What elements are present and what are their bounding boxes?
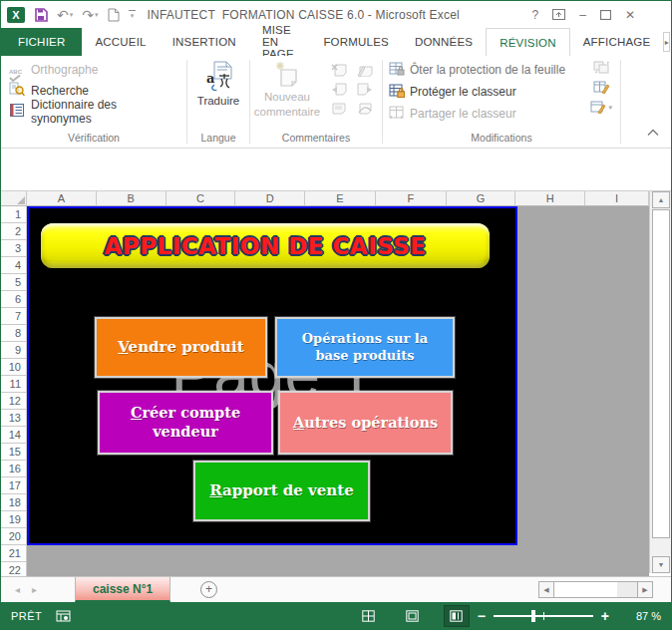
column-header-i[interactable]: I	[585, 191, 649, 206]
rapport-de-vente-button[interactable]: Rapport de vente	[193, 461, 370, 521]
prev-sheet-icon[interactable]: ◂	[15, 584, 20, 595]
redo-button[interactable]: ↷▾	[82, 8, 98, 22]
zoom-level[interactable]: 87 %	[627, 610, 661, 622]
vertical-scrollbar[interactable]: ▲ ▼	[649, 191, 671, 573]
share-workbook-icon	[389, 106, 405, 123]
vendre-produit-button[interactable]: Vendre produit	[95, 317, 267, 378]
macro-record-icon[interactable]	[56, 610, 71, 622]
column-header-b[interactable]: B	[97, 191, 167, 206]
tab-fichier[interactable]: FICHIER	[1, 28, 82, 56]
tab-revision[interactable]: RÉVISION	[486, 28, 570, 56]
undo-button[interactable]: ↶▾	[57, 8, 73, 22]
zoom-slider[interactable]	[494, 609, 593, 623]
row-header-14[interactable]: 14	[1, 427, 27, 444]
row-header-19[interactable]: 19	[1, 511, 27, 528]
tab-formules[interactable]: FORMULES	[310, 28, 402, 56]
tab-accueil[interactable]: ACCUEIL	[82, 28, 159, 56]
scroll-down-icon[interactable]: ▼	[652, 556, 670, 573]
column-header-d[interactable]: D	[235, 191, 305, 206]
horizontal-scrollbar[interactable]: ◀ ▶	[538, 581, 653, 598]
zoom-slider-thumb[interactable]	[531, 610, 535, 622]
previous-comment-icon[interactable]	[331, 82, 347, 100]
column-header-g[interactable]: G	[447, 191, 516, 206]
protect-share-workbook-icon[interactable]	[593, 61, 610, 74]
orthographe-button[interactable]: ABC Orthographe	[1, 59, 186, 80]
sheet-tab-caisse[interactable]: caisse N°1	[75, 577, 170, 602]
row-header-7[interactable]: 7	[1, 308, 27, 325]
proteger-classeur-button[interactable]: Protéger le classeur	[383, 81, 620, 103]
nouveau-commentaire-button[interactable]: Nouveau commentaire	[254, 59, 320, 119]
column-header-h[interactable]: H	[515, 191, 585, 206]
operations-base-produits-button[interactable]: Opérations sur la base produits	[275, 317, 455, 378]
row-header-2[interactable]: 2	[1, 223, 27, 240]
page-break-preview-button[interactable]	[444, 605, 470, 627]
row-header-10[interactable]: 10	[1, 359, 27, 376]
column-header-a[interactable]: A	[27, 191, 97, 206]
select-all-corner[interactable]	[1, 191, 27, 206]
zoom-in-button[interactable]: +	[601, 609, 609, 623]
group-commentaires: Nouveau commentaire Commentaires	[250, 56, 382, 148]
scroll-left-icon[interactable]: ◀	[538, 581, 554, 598]
scroll-right-icon[interactable]: ▶	[637, 581, 653, 598]
column-header-c[interactable]: C	[167, 191, 236, 206]
delete-comment-icon[interactable]	[331, 63, 347, 81]
row-header-8[interactable]: 8	[1, 325, 27, 342]
traduire-button[interactable]: a Traduire	[197, 59, 239, 109]
minimize-button[interactable]: –	[579, 9, 586, 21]
row-header-5[interactable]: 5	[1, 274, 27, 291]
dictionnaire-button[interactable]: Dictionnaire des synonymes	[1, 101, 186, 122]
oter-protection-button[interactable]: Ôter la protection de la feuille	[383, 59, 620, 81]
show-ink-icon[interactable]	[357, 101, 373, 119]
autres-operations-button[interactable]: Autres opérations	[278, 391, 453, 455]
tab-donnees[interactable]: DONNÉES	[402, 28, 486, 56]
row-header-16[interactable]: 16	[1, 461, 27, 477]
next-comment-icon[interactable]	[357, 82, 373, 100]
show-hide-comment-icon[interactable]	[331, 101, 347, 119]
new-document-button[interactable]	[108, 8, 120, 22]
undo-dropdown-icon[interactable]: ▾	[70, 11, 74, 19]
close-button[interactable]: ✕	[625, 9, 635, 21]
help-button[interactable]: ?	[532, 9, 539, 21]
redo-dropdown-icon[interactable]: ▾	[95, 11, 99, 19]
row-header-17[interactable]: 17	[1, 477, 27, 494]
page-layout-view-button[interactable]	[400, 605, 426, 627]
tab-mise-en-page[interactable]: MISE EN PAGE	[249, 28, 311, 56]
creer-compte-vendeur-button[interactable]: Créer compte vendeur	[98, 391, 273, 455]
row-header-6[interactable]: 6	[1, 291, 27, 308]
maximize-button[interactable]	[600, 10, 611, 20]
save-button[interactable]	[34, 8, 48, 22]
vertical-scroll-thumb[interactable]	[652, 209, 670, 538]
row-header-20[interactable]: 20	[1, 528, 27, 545]
row-header-18[interactable]: 18	[1, 494, 27, 511]
column-header-f[interactable]: F	[376, 191, 447, 206]
next-sheet-icon[interactable]: ▸	[32, 584, 37, 595]
tab-scroll-right-button[interactable]: ▸	[663, 32, 670, 52]
row-header-21[interactable]: 21	[1, 545, 27, 562]
new-comment-icon	[274, 61, 300, 90]
normal-view-button[interactable]	[356, 605, 382, 627]
row-header-12[interactable]: 12	[1, 393, 27, 410]
ribbon-display-options-button[interactable]	[552, 9, 565, 20]
allow-edit-ranges-icon[interactable]	[593, 81, 610, 94]
row-header-15[interactable]: 15	[1, 444, 27, 461]
row-header-13[interactable]: 13	[1, 410, 27, 427]
tab-insertion[interactable]: INSERTION	[160, 28, 249, 56]
track-changes-icon[interactable]: ▾	[590, 101, 612, 114]
horizontal-scroll-thumb[interactable]	[554, 581, 617, 598]
collapse-ribbon-button[interactable]	[647, 123, 659, 141]
row-header-1[interactable]: 1	[1, 206, 27, 223]
column-header-e[interactable]: E	[305, 191, 376, 206]
tab-affichage[interactable]: AFFICHAGE	[570, 28, 664, 56]
edit-comment-icon[interactable]	[357, 63, 373, 81]
row-header-9[interactable]: 9	[1, 342, 27, 359]
row-header-3[interactable]: 3	[1, 240, 27, 257]
row-header-4[interactable]: 4	[1, 257, 27, 274]
scroll-up-icon[interactable]: ▲	[652, 191, 670, 208]
row-header-22[interactable]: 22	[1, 562, 27, 576]
customize-qat-button[interactable]: ▾	[129, 10, 136, 20]
partager-classeur-button[interactable]: Partager le classeur	[383, 103, 620, 125]
sheet-cells[interactable]: Page 1 APPLICATION DE CAISSE Vendre prod…	[27, 206, 649, 576]
row-header-11[interactable]: 11	[1, 376, 27, 393]
new-sheet-button[interactable]: +	[200, 581, 217, 598]
zoom-out-button[interactable]: −	[478, 609, 486, 623]
